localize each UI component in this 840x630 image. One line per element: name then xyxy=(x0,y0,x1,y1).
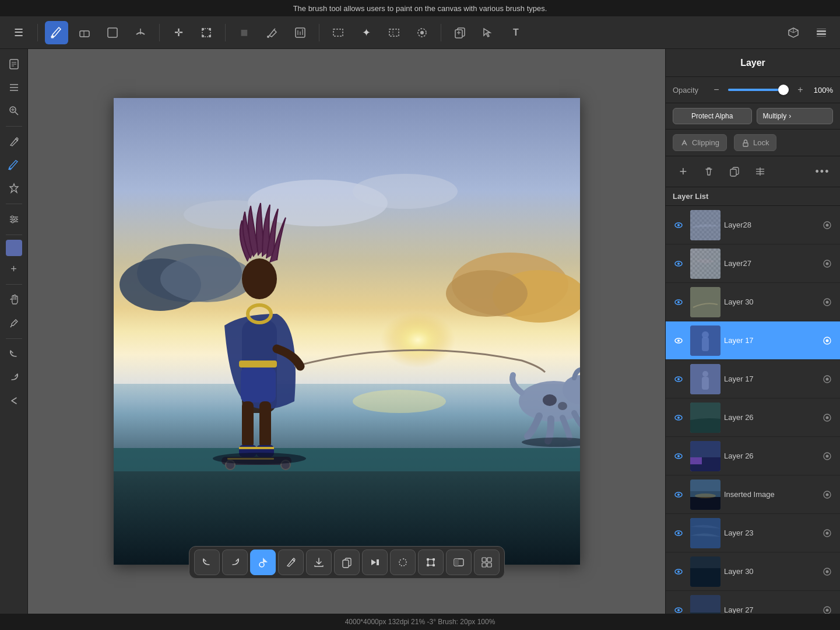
layer-item-layer28[interactable]: Layer28 xyxy=(666,206,840,244)
canvas-area[interactable] xyxy=(28,49,665,614)
layer27-visibility[interactable] xyxy=(670,256,687,272)
grid-btn[interactable] xyxy=(474,550,500,575)
opacity-plus-button[interactable]: + xyxy=(793,83,807,97)
layer17-settings[interactable] xyxy=(819,371,835,387)
delete-layer-button[interactable] xyxy=(698,161,719,182)
layer26a-settings[interactable] xyxy=(819,410,835,426)
layer-item-layer30a[interactable]: Layer 30 xyxy=(666,283,840,321)
menu-button[interactable]: ☰ xyxy=(7,21,30,44)
hand-button[interactable] xyxy=(3,289,24,310)
copy-paste-button[interactable] xyxy=(448,21,472,44)
layer17-selected-settings[interactable] xyxy=(819,332,835,349)
merge-layer-button[interactable] xyxy=(750,161,771,182)
svg-point-126 xyxy=(826,300,829,303)
layer-item-layer17[interactable]: Layer 17 xyxy=(666,360,840,398)
select-rect-button[interactable] xyxy=(326,21,350,44)
layer26a-visibility[interactable] xyxy=(670,410,687,426)
clipping-button[interactable]: Clipping xyxy=(673,134,727,151)
protect-alpha-button[interactable]: Protect Alpha xyxy=(673,108,752,124)
move-button[interactable]: ✛ xyxy=(167,21,190,44)
layer17-selected-visibility[interactable] xyxy=(670,332,687,349)
layer-item-layer26a[interactable]: Layer 26 xyxy=(666,398,840,437)
layer-item-inserted-image[interactable]: Inserted Image xyxy=(666,475,840,514)
primary-color-swatch[interactable] xyxy=(6,240,22,256)
select-point-button[interactable]: ✦ xyxy=(354,21,378,44)
layer23-visibility[interactable] xyxy=(670,525,687,541)
layer-item-layer27b[interactable]: Layer 27 xyxy=(666,591,840,614)
layer30a-visibility[interactable] xyxy=(670,294,687,310)
fill-color-button[interactable]: ■ xyxy=(233,21,256,44)
sidebar-divider-4 xyxy=(6,284,22,285)
svg-point-10 xyxy=(267,36,269,38)
more-options-button[interactable]: ••• xyxy=(812,161,833,182)
layer30b-settings[interactable] xyxy=(819,564,835,580)
brush-tool-button[interactable] xyxy=(45,21,68,44)
sticker-button[interactable] xyxy=(3,178,24,199)
layer-item-layer26b[interactable]: Layer 26 xyxy=(666,437,840,475)
opacity-slider-track[interactable] xyxy=(728,89,789,91)
undo-btn[interactable] xyxy=(194,550,220,575)
blend-mode-button[interactable]: Multiply › xyxy=(757,108,834,124)
pencil-btn[interactable] xyxy=(278,550,304,575)
brush-select-btn[interactable] xyxy=(250,550,276,575)
select-auto-button[interactable] xyxy=(410,21,434,44)
layer17-visibility[interactable] xyxy=(670,371,687,387)
layers-button[interactable] xyxy=(810,21,833,44)
paint-button[interactable] xyxy=(3,155,24,176)
adjust-tool-btn[interactable] xyxy=(446,550,472,575)
inserted-image-settings[interactable] xyxy=(819,487,835,503)
opacity-slider-thumb[interactable] xyxy=(778,85,789,95)
list-button[interactable] xyxy=(3,77,24,98)
text-button[interactable]: T xyxy=(504,21,528,44)
duplicate-layer-button[interactable] xyxy=(724,161,745,182)
smudge-button[interactable] xyxy=(129,21,152,44)
undo-left-button[interactable] xyxy=(3,344,24,365)
layer27b-settings[interactable] xyxy=(819,602,835,614)
lock-button[interactable]: Lock xyxy=(734,134,776,151)
redo-btn[interactable] xyxy=(222,550,248,575)
layer-item-layer23[interactable]: Layer 23 xyxy=(666,514,840,552)
svg-point-145 xyxy=(826,416,829,419)
layer23-settings[interactable] xyxy=(819,525,835,541)
layer26b-visibility[interactable] xyxy=(670,448,687,464)
opacity-minus-button[interactable]: − xyxy=(709,83,723,97)
eraser-tool-button[interactable] xyxy=(73,21,96,44)
adjust-button[interactable] xyxy=(289,21,312,44)
download-btn[interactable] xyxy=(306,550,332,575)
transform-btn[interactable] xyxy=(418,550,444,575)
layer26b-settings[interactable] xyxy=(819,448,835,464)
redo-left-button[interactable] xyxy=(3,367,24,388)
lasso-btn[interactable] xyxy=(390,550,416,575)
duplicate-btn[interactable] xyxy=(334,550,360,575)
layer-item-layer17-selected[interactable]: Layer 17 xyxy=(666,321,840,360)
document-button[interactable] xyxy=(3,54,24,75)
transform-button[interactable] xyxy=(195,21,218,44)
layer-item-layer27[interactable]: Layer27 xyxy=(666,244,840,283)
select-free-button[interactable] xyxy=(382,21,406,44)
layer27b-visibility[interactable] xyxy=(670,602,687,614)
eyedropper-button[interactable] xyxy=(3,313,24,334)
svg-rect-159 xyxy=(690,497,720,510)
search-button[interactable] xyxy=(3,100,24,121)
skip-btn[interactable] xyxy=(362,550,388,575)
layer30a-settings[interactable] xyxy=(819,294,835,310)
select-tool-button[interactable] xyxy=(476,21,500,44)
back-button[interactable] xyxy=(3,390,24,411)
layer26b-name: Layer 26 xyxy=(724,452,816,460)
effects-button[interactable] xyxy=(3,209,24,230)
layer-item-layer30b[interactable]: Layer 30 xyxy=(666,552,840,591)
inserted-image-visibility[interactable] xyxy=(670,487,687,503)
layer30b-visibility[interactable] xyxy=(670,564,687,580)
canvas-button[interactable] xyxy=(101,21,124,44)
layer27-settings[interactable] xyxy=(819,256,835,272)
paint-bucket-button[interactable] xyxy=(261,21,284,44)
pen-button[interactable] xyxy=(3,131,24,152)
3d-button[interactable] xyxy=(782,21,805,44)
add-layer-button[interactable]: + xyxy=(673,161,694,182)
add-color-button[interactable]: + xyxy=(3,258,24,279)
layer-list[interactable]: Layer28 xyxy=(666,206,840,614)
layer28-settings[interactable] xyxy=(819,217,835,233)
layer28-name: Layer28 xyxy=(724,220,816,229)
layer28-visibility[interactable] xyxy=(670,217,687,233)
info-bar: The brush tool allows users to paint on … xyxy=(0,0,840,16)
